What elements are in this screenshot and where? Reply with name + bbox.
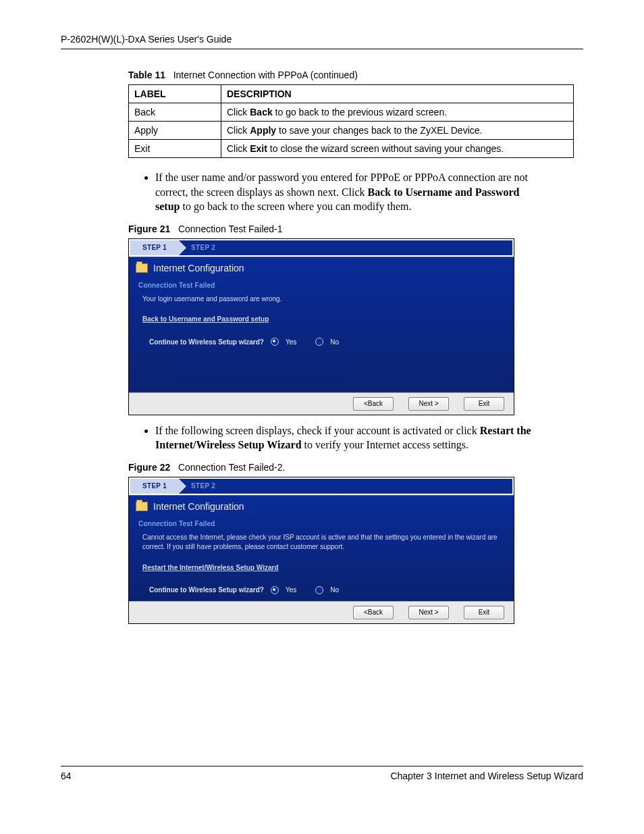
table-caption-prefix: Table 11 — [128, 70, 165, 80]
wizard1-message: Your login username and password are wro… — [129, 290, 514, 306]
chapter-label: Chapter 3 Internet and Wireless Setup Wi… — [390, 771, 583, 781]
cell-label: Apply — [129, 122, 221, 140]
wizard2-link-row: Restart the Internet/Wireless Setup Wiza… — [129, 554, 514, 574]
figure22-wizard: STEP 1 STEP 2 Internet Configuration Con… — [128, 477, 514, 624]
page-number: 64 — [61, 771, 72, 781]
step-tabs: STEP 1 STEP 2 — [130, 479, 512, 494]
radio-yes[interactable] — [271, 338, 279, 346]
wizard-title-text: Internet Configuration — [153, 263, 244, 273]
next-button[interactable]: Next > — [408, 397, 449, 411]
folder-icon — [136, 263, 148, 273]
back-button[interactable]: <Back — [353, 397, 394, 411]
exit-button[interactable]: Exit — [464, 606, 504, 619]
radio-no-label: No — [330, 586, 339, 594]
col-description: DESCRIPTION — [221, 85, 574, 103]
figure21-caption: Figure 21 Connection Test Failed-1 — [128, 224, 583, 234]
page-footer: 64 Chapter 3 Internet and Wireless Setup… — [61, 766, 583, 781]
wizard-title: Internet Configuration — [129, 496, 514, 516]
continue-question-row: Continue to Wireless Setup wizard? Yes N… — [129, 325, 514, 366]
wizard-title: Internet Configuration — [129, 257, 514, 278]
figure-caption-prefix: Figure 21 — [128, 224, 170, 234]
wizard1-link-row: Back to Username and Password setup — [129, 305, 514, 325]
table-caption: Table 11 Internet Connection with PPPoA … — [128, 70, 583, 80]
folder-icon — [136, 502, 148, 511]
table-row: Back Click Back to go back to the previo… — [129, 103, 574, 122]
table-caption-text: Internet Connection with PPPoA (continue… — [173, 70, 358, 80]
cell-desc: Click Back to go back to the previous wi… — [221, 103, 574, 122]
wizard2-message: Cannot access the Internet, please check… — [129, 529, 514, 554]
radio-yes[interactable] — [271, 586, 279, 594]
page-header: P-2602H(W)(L)-DxA Series User's Guide — [61, 34, 583, 49]
continue-question: Continue to Wireless Setup wizard? — [149, 586, 264, 594]
step1-tab[interactable]: STEP 1 — [130, 240, 179, 255]
wizard-button-bar: <Back Next > Exit — [129, 601, 514, 623]
step-tabs: STEP 1 STEP 2 — [130, 240, 512, 255]
wizard-button-bar: <Back Next > Exit — [129, 392, 514, 415]
list-item: If the user name and/or password you ent… — [155, 170, 543, 214]
exit-button[interactable]: Exit — [464, 397, 504, 411]
cell-desc: Click Exit to close the wizard screen wi… — [221, 140, 574, 158]
continue-question: Continue to Wireless Setup wizard? — [149, 338, 264, 346]
col-label: LABEL — [129, 85, 221, 103]
next-button[interactable]: Next > — [408, 606, 449, 619]
figure-caption-text: Connection Test Failed-2. — [178, 462, 286, 473]
cell-label: Exit — [129, 140, 221, 158]
wizard-section-title: Connection Test Failed — [129, 278, 514, 290]
figure22-caption: Figure 22 Connection Test Failed-2. — [128, 462, 583, 473]
table-header-row: LABEL DESCRIPTION — [129, 85, 574, 103]
list-item: If the following screen displays, check … — [155, 423, 543, 452]
back-to-username-link[interactable]: Back to Username and Password setup — [142, 315, 269, 323]
cell-label: Back — [129, 103, 221, 122]
figure-caption-prefix: Figure 22 — [128, 462, 170, 473]
radio-yes-label: Yes — [286, 338, 296, 346]
figure21-wizard: STEP 1 STEP 2 Internet Configuration Con… — [128, 238, 514, 415]
continue-question-row: Continue to Wireless Setup wizard? Yes N… — [129, 574, 514, 601]
step1-tab[interactable]: STEP 1 — [130, 479, 179, 494]
table-row: Exit Click Exit to close the wizard scre… — [129, 140, 574, 158]
back-button[interactable]: <Back — [353, 606, 394, 619]
radio-no-label: No — [330, 338, 339, 346]
body-bullet-2: If the following screen displays, check … — [142, 423, 543, 452]
restart-wizard-link[interactable]: Restart the Internet/Wireless Setup Wiza… — [142, 564, 279, 571]
figure-caption-text: Connection Test Failed-1 — [178, 224, 283, 234]
radio-no[interactable] — [315, 338, 323, 346]
wizard-title-text: Internet Configuration — [153, 501, 244, 512]
radio-yes-label: Yes — [286, 586, 296, 594]
cell-desc: Click Apply to save your changes back to… — [221, 122, 574, 140]
body-bullet-1: If the user name and/or password you ent… — [142, 170, 543, 214]
table-row: Apply Click Apply to save your changes b… — [129, 122, 574, 140]
label-description-table: LABEL DESCRIPTION Back Click Back to go … — [128, 84, 574, 158]
wizard-section-title: Connection Test Failed — [129, 516, 514, 529]
radio-no[interactable] — [315, 586, 323, 594]
